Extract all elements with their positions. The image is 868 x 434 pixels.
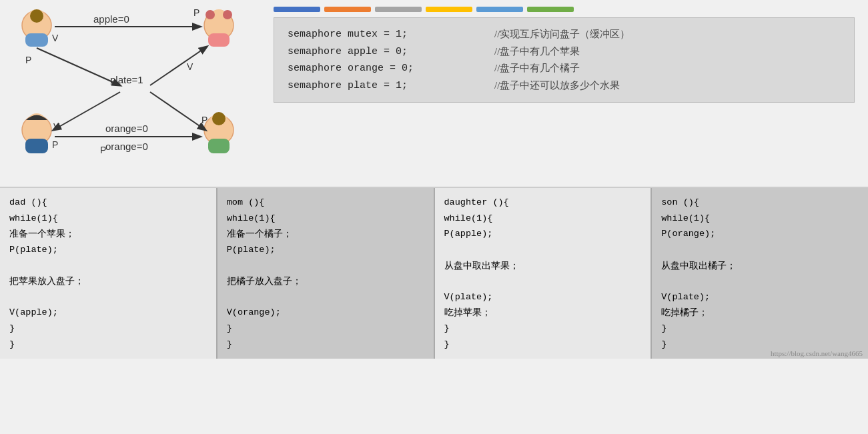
panel-line: 吃掉橘子； (661, 305, 859, 321)
svg-text:P: P (193, 7, 199, 18)
code-comment: //盘子中还可以放多少个水果 (494, 77, 620, 95)
panel-line: V(plate); (661, 289, 859, 305)
panel-line: P(plate); (9, 242, 207, 258)
svg-line-34 (150, 92, 205, 130)
panel-line (9, 258, 207, 274)
panel-line (227, 289, 424, 305)
panel-line (227, 258, 424, 274)
panel-line (444, 273, 642, 289)
panel-line: while(1){ (227, 211, 424, 227)
svg-point-11 (223, 10, 232, 19)
panel-line: V(orange); (227, 305, 424, 321)
code-text: semaphore mutex = 1; (288, 26, 474, 43)
color-bar (274, 7, 320, 12)
panel-line (661, 273, 859, 289)
svg-point-2 (30, 9, 43, 23)
svg-rect-20 (25, 139, 48, 153)
color-bar (375, 7, 422, 12)
panel-line: } (9, 321, 207, 337)
color-bar (324, 7, 371, 12)
panel-line: 从盘中取出橘子； (661, 258, 859, 274)
code-line: semaphore orange = 0;//盘子中有几个橘子 (288, 60, 841, 77)
svg-point-10 (205, 10, 215, 19)
code-text: semaphore plate = 1; (288, 77, 474, 95)
panel-title: dad (){ (9, 195, 207, 211)
code-panel-0: dad (){ while(1){ 准备一个苹果； P(plate); 把苹果放… (0, 188, 218, 359)
panel-title: mom (){ (227, 195, 424, 211)
panel-line: while(1){ (444, 211, 642, 227)
svg-rect-32 (208, 139, 230, 153)
svg-text:plate=1: plate=1 (110, 74, 143, 85)
code-comment: //实现互斥访问盘子（缓冲区） (494, 26, 630, 43)
color-bars (274, 7, 855, 12)
code-text: semaphore orange = 0; (288, 60, 474, 77)
panel-line: 把橘子放入盘子； (227, 273, 424, 289)
code-comment: //盘子中有几个苹果 (494, 43, 580, 61)
panel-line: 吃掉苹果； (444, 305, 642, 321)
panel-line: while(1){ (9, 211, 207, 227)
panel-line (444, 242, 642, 258)
code-line: semaphore apple = 0;//盘子中有几个苹果 (288, 43, 841, 61)
panel-line: while(1){ (661, 211, 859, 227)
semaphore-code-box: semaphore mutex = 1;//实现互斥访问盘子（缓冲区）semap… (274, 17, 855, 103)
svg-text:apple=0: apple=0 (93, 13, 129, 25)
svg-text:V: V (187, 61, 193, 72)
diagram-area: apple=0 V P P plate=1 V (7, 7, 260, 180)
panel-line: P(plate); (227, 242, 424, 258)
panel-line (9, 289, 207, 305)
top-section: apple=0 V P P plate=1 V (0, 0, 868, 187)
panel-line (661, 242, 859, 258)
svg-text:orange=0: orange=0 (105, 123, 148, 134)
panel-title: son (){ (661, 195, 859, 211)
panel-line: V(apple); (9, 305, 207, 321)
panel-line: V(plate); (444, 289, 642, 305)
panel-line: P(orange); (661, 226, 859, 242)
color-bar (426, 7, 472, 12)
svg-text:V: V (52, 33, 59, 43)
watermark: https://blog.csdn.net/wang4665 (771, 349, 863, 357)
process-diagram: apple=0 V P P plate=1 V (7, 7, 260, 180)
panel-line: 从盘中取出苹果； (444, 258, 642, 274)
svg-line-14 (37, 48, 120, 85)
panel-line: } (227, 337, 424, 353)
panel-line: } (661, 321, 859, 337)
svg-text:P: P (201, 115, 207, 125)
svg-rect-12 (208, 33, 230, 47)
svg-point-31 (212, 112, 226, 125)
panel-line: } (444, 337, 642, 353)
right-panel: semaphore mutex = 1;//实现互斥访问盘子（缓冲区）semap… (274, 7, 855, 103)
panel-line: 把苹果放入盘子； (9, 273, 207, 289)
code-panel-2: daughter (){ while(1){ P(apple); 从盘中取出苹果… (435, 188, 653, 359)
panel-line: P(apple); (444, 226, 642, 242)
code-comment: //盘子中有几个橘子 (494, 60, 580, 77)
color-bar (527, 7, 574, 12)
panel-line: 准备一个苹果； (9, 226, 207, 242)
panel-line: } (227, 321, 424, 337)
panel-line: 准备一个橘子； (227, 226, 424, 242)
color-bar (476, 7, 523, 12)
bottom-section: dad (){ while(1){ 准备一个苹果； P(plate); 把苹果放… (0, 187, 868, 359)
svg-text:orange=0: orange=0 (105, 141, 148, 152)
svg-rect-3 (25, 33, 48, 47)
page-wrapper: apple=0 V P P plate=1 V (0, 0, 868, 359)
code-line: semaphore plate = 1;//盘子中还可以放多少个水果 (288, 77, 841, 95)
svg-line-17 (150, 47, 207, 85)
panel-line: } (444, 321, 642, 337)
panel-title: daughter (){ (444, 195, 642, 211)
svg-text:P: P (25, 55, 31, 65)
code-panel-3: son (){ while(1){ P(orange); 从盘中取出橘子； V(… (652, 188, 868, 359)
svg-text:P: P (52, 139, 58, 150)
code-line: semaphore mutex = 1;//实现互斥访问盘子（缓冲区） (288, 26, 841, 43)
code-panel-1: mom (){ while(1){ 准备一个橘子； P(plate); 把橘子放… (218, 188, 435, 359)
panel-line: } (9, 337, 207, 353)
code-text: semaphore apple = 0; (288, 43, 474, 61)
